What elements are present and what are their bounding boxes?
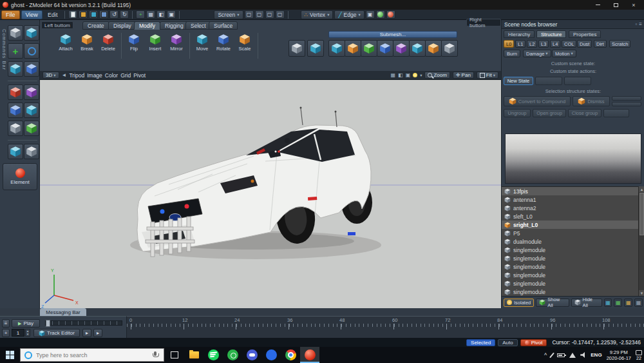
lod-l0-button[interactable]: L0: [504, 40, 514, 48]
submesh-tool-icon[interactable]: [409, 40, 426, 57]
search-input[interactable]: [36, 352, 139, 358]
tab-structure[interactable]: Structure: [536, 30, 566, 38]
lod-l1-button[interactable]: L1: [515, 40, 526, 48]
node-row[interactable]: singlemodule: [502, 288, 644, 296]
node-row[interactable]: 13fpis: [502, 187, 644, 195]
tab-properties[interactable]: Properties: [569, 30, 601, 38]
battery-icon[interactable]: [557, 353, 565, 357]
node-row[interactable]: singlemodule: [502, 254, 644, 262]
track-editor-button[interactable]: Track Editor: [33, 329, 80, 337]
break-tool[interactable]: Break: [77, 32, 97, 59]
scroll-up-icon[interactable]: ▲: [639, 186, 644, 192]
start-button[interactable]: [0, 347, 19, 363]
node-row[interactable]: singlemodule: [502, 271, 644, 279]
taskbar-search[interactable]: [20, 348, 164, 362]
tab-surface[interactable]: Surface: [209, 21, 238, 30]
mirror-tool[interactable]: Mirror: [166, 32, 187, 59]
viewport-menu-tripod[interactable]: Tripod: [69, 72, 84, 79]
lod-col-button[interactable]: COL: [562, 40, 576, 48]
lod-dust-button[interactable]: Dust: [577, 40, 592, 48]
damage-state-button[interactable]: Damage▾: [523, 50, 551, 57]
ungroup-button[interactable]: Ungroup: [504, 109, 531, 117]
node-row[interactable]: dualmodule: [502, 237, 644, 246]
cube-tool-icon[interactable]: [8, 121, 23, 136]
lod-dirt-button[interactable]: Dirt: [594, 40, 607, 48]
tab-display[interactable]: Display: [108, 21, 137, 30]
cube-tool-icon[interactable]: [24, 144, 39, 159]
chrome-button[interactable]: [281, 347, 300, 363]
save-icon[interactable]: [89, 10, 98, 19]
fit-button[interactable]: Fit▾: [477, 72, 498, 79]
green-app-button[interactable]: [223, 347, 242, 363]
node-row[interactable]: singlemodule: [502, 246, 644, 254]
scrollbar-thumb[interactable]: [639, 193, 644, 235]
taskbar-clock[interactable]: 9:29 PM2020-06-17: [607, 349, 631, 361]
node-row[interactable]: singlemodule: [502, 262, 644, 271]
step-forward-icon[interactable]: ▸: [93, 329, 102, 337]
file-explorer-button[interactable]: [184, 347, 204, 363]
node-row[interactable]: P5: [502, 229, 644, 237]
slider-thumb[interactable]: [46, 320, 50, 327]
vertex-mode-button[interactable]: ∴ Vertex ▾: [301, 10, 334, 19]
menu-edit[interactable]: Edit: [44, 11, 62, 19]
cube-tool-icon[interactable]: [24, 103, 39, 118]
shaded-icon[interactable]: ◧: [156, 10, 166, 19]
tab-rigging[interactable]: Rigging: [160, 21, 189, 30]
viewport-layout-icon[interactable]: ▢: [245, 10, 254, 19]
zoom-button[interactable]: Zoom: [424, 72, 450, 79]
hide-all-button[interactable]: Hide All: [571, 299, 602, 307]
mark-state-button[interactable]: [612, 102, 641, 106]
lod-l4-button[interactable]: L4: [550, 40, 560, 48]
cube-tool-icon[interactable]: [289, 40, 305, 57]
hidden-icons-chevron[interactable]: ^: [544, 352, 547, 358]
timeline-ruler[interactable]: 0 12 24 36 48 60 72 84 96 108: [126, 316, 644, 338]
state-action-button[interactable]: [535, 77, 562, 85]
submesh-tool-icon[interactable]: [441, 40, 458, 57]
lod-l3-button[interactable]: L3: [538, 40, 549, 48]
group-action-button[interactable]: [603, 109, 629, 117]
lod-scratch-button[interactable]: Scratch: [609, 40, 630, 48]
new-file-icon[interactable]: [68, 10, 77, 19]
action-center-button[interactable]: 22: [636, 350, 642, 360]
frame-slider[interactable]: [45, 320, 122, 326]
insert-tool[interactable]: Insert: [145, 32, 166, 59]
submesh-tool-icon[interactable]: [377, 40, 393, 57]
options-icon[interactable]: ≡: [2, 319, 10, 328]
selected-mode-button[interactable]: Selected: [466, 339, 495, 346]
minimize-button[interactable]: [590, 0, 605, 10]
record-icon[interactable]: [386, 10, 395, 19]
commands-bar-title[interactable]: Commands Bar: [0, 29, 7, 70]
node-row-selected[interactable]: sright_L0: [502, 221, 644, 229]
close-group-button[interactable]: Close group: [568, 109, 601, 117]
tab-hierarchy[interactable]: Hierarchy: [504, 30, 535, 38]
list-filter-icon[interactable]: ▦: [614, 299, 622, 307]
cube-tool-icon[interactable]: [8, 25, 23, 41]
panel-menu-icon[interactable]: ≡: [639, 21, 642, 27]
axes-tool-icon[interactable]: [24, 61, 39, 77]
auto-mode-button[interactable]: Auto: [498, 339, 517, 346]
element-mode-button[interactable]: Element: [3, 163, 37, 190]
cube-tool-icon[interactable]: [8, 61, 23, 77]
flip-tool[interactable]: Flip: [124, 32, 144, 59]
motion-state-button[interactable]: Motion▾: [552, 50, 576, 57]
submesh-tool-icon[interactable]: [328, 40, 345, 57]
node-list-scrollbar[interactable]: ▲ ▼: [638, 186, 644, 296]
viewport-menu-color[interactable]: Color: [105, 72, 118, 79]
viewport-layout-icon[interactable]: ▢: [276, 10, 285, 19]
back-arrow-icon[interactable]: ◄: [62, 72, 67, 78]
mark-state-button[interactable]: [612, 96, 641, 101]
cube-tool-icon[interactable]: [24, 121, 39, 136]
isolated-button[interactable]: Isolated: [504, 299, 534, 307]
tab-create[interactable]: Create: [82, 21, 109, 30]
close-button[interactable]: ×: [626, 0, 641, 10]
list-filter-icon[interactable]: ▦: [634, 299, 643, 307]
attach-tool[interactable]: Attach: [55, 32, 76, 59]
node-row[interactable]: antenna2: [502, 204, 644, 212]
tab-modify[interactable]: Modify: [134, 21, 160, 30]
messaging-bar-tab[interactable]: Messaging Bar: [40, 308, 86, 316]
pivot-mode-button[interactable]: Pivot: [520, 339, 547, 346]
wireframe-view-icon[interactable]: ▦: [391, 72, 396, 78]
screen-dropdown[interactable]: Screen ▾: [214, 10, 243, 19]
edge-mode-button[interactable]: ╱ Edge ▾: [334, 10, 364, 19]
chevron-down-icon[interactable]: ▾: [420, 73, 422, 78]
